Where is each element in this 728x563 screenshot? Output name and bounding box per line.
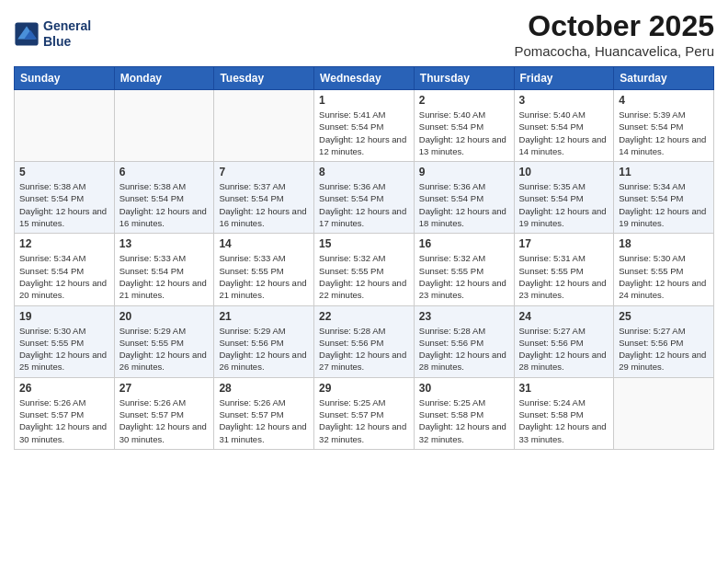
day-cell: 7Sunrise: 5:37 AM Sunset: 5:54 PM Daylig… (214, 162, 314, 234)
day-info: Sunrise: 5:31 AM Sunset: 5:55 PM Dayligh… (519, 252, 609, 301)
day-number: 12 (19, 237, 109, 250)
day-info: Sunrise: 5:26 AM Sunset: 5:57 PM Dayligh… (219, 396, 309, 445)
day-number: 27 (119, 382, 210, 395)
day-info: Sunrise: 5:41 AM Sunset: 5:54 PM Dayligh… (319, 109, 409, 157)
day-cell: 22Sunrise: 5:28 AM Sunset: 5:56 PM Dayli… (314, 305, 415, 377)
day-number: 15 (319, 237, 409, 250)
day-info: Sunrise: 5:24 AM Sunset: 5:58 PM Dayligh… (519, 396, 609, 445)
logo-line2: Blue (43, 34, 91, 50)
location-subtitle: Pomacocha, Huancavelica, Peru (514, 43, 714, 59)
day-number: 23 (419, 310, 509, 323)
day-info: Sunrise: 5:34 AM Sunset: 5:54 PM Dayligh… (619, 180, 709, 229)
day-cell (15, 90, 115, 162)
day-cell: 31Sunrise: 5:24 AM Sunset: 5:58 PM Dayli… (514, 377, 614, 449)
day-cell: 2Sunrise: 5:40 AM Sunset: 5:54 PM Daylig… (414, 90, 514, 162)
day-cell: 9Sunrise: 5:36 AM Sunset: 5:54 PM Daylig… (414, 162, 514, 234)
week-row-2: 5Sunrise: 5:38 AM Sunset: 5:54 PM Daylig… (15, 162, 714, 234)
day-info: Sunrise: 5:30 AM Sunset: 5:55 PM Dayligh… (19, 325, 109, 373)
day-cell (214, 90, 314, 162)
day-number: 21 (219, 310, 309, 323)
day-cell: 19Sunrise: 5:30 AM Sunset: 5:55 PM Dayli… (15, 305, 115, 377)
day-number: 9 (419, 166, 509, 178)
day-number: 16 (419, 237, 509, 250)
day-number: 25 (619, 310, 709, 323)
day-cell: 17Sunrise: 5:31 AM Sunset: 5:55 PM Dayli… (514, 234, 614, 305)
day-number: 2 (419, 94, 509, 107)
col-header-thursday: Thursday (414, 67, 514, 90)
day-number: 26 (19, 382, 109, 395)
day-info: Sunrise: 5:39 AM Sunset: 5:54 PM Dayligh… (619, 109, 709, 157)
day-number: 13 (119, 237, 210, 250)
day-cell: 29Sunrise: 5:25 AM Sunset: 5:57 PM Dayli… (314, 377, 415, 449)
day-number: 1 (319, 94, 409, 107)
day-cell: 25Sunrise: 5:27 AM Sunset: 5:56 PM Dayli… (614, 305, 714, 377)
day-cell: 5Sunrise: 5:38 AM Sunset: 5:54 PM Daylig… (15, 162, 115, 234)
logo-line1: General (43, 18, 91, 34)
week-row-4: 19Sunrise: 5:30 AM Sunset: 5:55 PM Dayli… (15, 305, 714, 377)
day-cell: 4Sunrise: 5:39 AM Sunset: 5:54 PM Daylig… (614, 90, 714, 162)
day-number: 29 (319, 382, 409, 395)
day-info: Sunrise: 5:25 AM Sunset: 5:58 PM Dayligh… (419, 396, 509, 445)
day-cell (614, 377, 714, 449)
calendar: SundayMondayTuesdayWednesdayThursdayFrid… (14, 66, 714, 450)
day-number: 6 (119, 166, 210, 178)
col-header-saturday: Saturday (614, 67, 714, 90)
calendar-header-row: SundayMondayTuesdayWednesdayThursdayFrid… (15, 67, 714, 90)
day-cell: 18Sunrise: 5:30 AM Sunset: 5:55 PM Dayli… (614, 234, 714, 305)
week-row-1: 1Sunrise: 5:41 AM Sunset: 5:54 PM Daylig… (15, 90, 714, 162)
day-number: 31 (519, 382, 609, 395)
day-cell: 1Sunrise: 5:41 AM Sunset: 5:54 PM Daylig… (314, 90, 415, 162)
day-cell: 16Sunrise: 5:32 AM Sunset: 5:55 PM Dayli… (414, 234, 514, 305)
day-info: Sunrise: 5:33 AM Sunset: 5:54 PM Dayligh… (119, 252, 210, 301)
day-number: 4 (619, 94, 709, 107)
day-info: Sunrise: 5:28 AM Sunset: 5:56 PM Dayligh… (419, 325, 509, 373)
day-info: Sunrise: 5:38 AM Sunset: 5:54 PM Dayligh… (119, 180, 210, 229)
day-info: Sunrise: 5:40 AM Sunset: 5:54 PM Dayligh… (419, 109, 509, 157)
day-info: Sunrise: 5:25 AM Sunset: 5:57 PM Dayligh… (319, 396, 409, 445)
col-header-friday: Friday (514, 67, 614, 90)
day-number: 7 (219, 166, 309, 178)
week-row-3: 12Sunrise: 5:34 AM Sunset: 5:54 PM Dayli… (15, 234, 714, 305)
day-info: Sunrise: 5:32 AM Sunset: 5:55 PM Dayligh… (419, 252, 509, 301)
day-info: Sunrise: 5:26 AM Sunset: 5:57 PM Dayligh… (119, 396, 210, 445)
col-header-wednesday: Wednesday (314, 67, 415, 90)
day-cell: 26Sunrise: 5:26 AM Sunset: 5:57 PM Dayli… (15, 377, 115, 449)
day-cell: 10Sunrise: 5:35 AM Sunset: 5:54 PM Dayli… (514, 162, 614, 234)
day-number: 19 (19, 310, 109, 323)
day-number: 14 (219, 237, 309, 250)
day-info: Sunrise: 5:29 AM Sunset: 5:56 PM Dayligh… (219, 325, 309, 373)
day-number: 10 (519, 166, 609, 178)
day-cell: 27Sunrise: 5:26 AM Sunset: 5:57 PM Dayli… (114, 377, 214, 449)
day-info: Sunrise: 5:26 AM Sunset: 5:57 PM Dayligh… (19, 396, 109, 445)
day-info: Sunrise: 5:36 AM Sunset: 5:54 PM Dayligh… (419, 180, 509, 229)
day-cell: 11Sunrise: 5:34 AM Sunset: 5:54 PM Dayli… (614, 162, 714, 234)
day-cell: 30Sunrise: 5:25 AM Sunset: 5:58 PM Dayli… (414, 377, 514, 449)
col-header-sunday: Sunday (15, 67, 115, 90)
day-number: 24 (519, 310, 609, 323)
day-number: 8 (319, 166, 409, 178)
col-header-monday: Monday (114, 67, 214, 90)
day-cell: 28Sunrise: 5:26 AM Sunset: 5:57 PM Dayli… (214, 377, 314, 449)
day-number: 17 (519, 237, 609, 250)
day-number: 20 (119, 310, 210, 323)
month-title: October 2025 (514, 9, 714, 43)
day-number: 11 (619, 166, 709, 178)
day-info: Sunrise: 5:36 AM Sunset: 5:54 PM Dayligh… (319, 180, 409, 229)
day-info: Sunrise: 5:30 AM Sunset: 5:55 PM Dayligh… (619, 252, 709, 301)
day-cell: 21Sunrise: 5:29 AM Sunset: 5:56 PM Dayli… (214, 305, 314, 377)
page: General Blue October 2025 Pomacocha, Hua… (0, 0, 728, 563)
day-number: 18 (619, 237, 709, 250)
day-number: 22 (319, 310, 409, 323)
day-info: Sunrise: 5:28 AM Sunset: 5:56 PM Dayligh… (319, 325, 409, 373)
title-area: October 2025 Pomacocha, Huancavelica, Pe… (514, 9, 714, 59)
day-number: 3 (519, 94, 609, 107)
day-cell: 20Sunrise: 5:29 AM Sunset: 5:55 PM Dayli… (114, 305, 214, 377)
day-number: 30 (419, 382, 509, 395)
day-cell (114, 90, 214, 162)
day-info: Sunrise: 5:35 AM Sunset: 5:54 PM Dayligh… (519, 180, 609, 229)
week-row-5: 26Sunrise: 5:26 AM Sunset: 5:57 PM Dayli… (15, 377, 714, 449)
day-info: Sunrise: 5:34 AM Sunset: 5:54 PM Dayligh… (19, 252, 109, 301)
logo-icon (14, 21, 40, 47)
day-cell: 15Sunrise: 5:32 AM Sunset: 5:55 PM Dayli… (314, 234, 415, 305)
day-cell: 13Sunrise: 5:33 AM Sunset: 5:54 PM Dayli… (114, 234, 214, 305)
